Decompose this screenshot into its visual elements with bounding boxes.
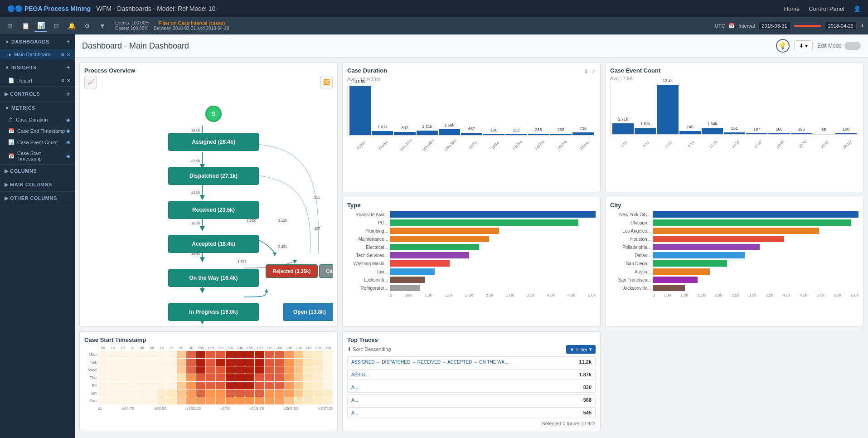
heatmap-cell[interactable] <box>255 389 264 397</box>
date-range-slider[interactable] <box>794 25 821 27</box>
heatmap-cell[interactable] <box>108 359 118 366</box>
heatmap-cell[interactable] <box>323 382 333 389</box>
heatmap-cell[interactable] <box>314 366 323 374</box>
heatmap-cell[interactable] <box>284 351 294 358</box>
heatmap-cell[interactable] <box>177 389 186 397</box>
heatmap-cell[interactable] <box>186 382 196 389</box>
heatmap-cell[interactable] <box>245 397 255 404</box>
heatmap-cell[interactable] <box>167 366 176 374</box>
heatmap-cell[interactable] <box>157 374 167 381</box>
bar-7[interactable]: 132 <box>505 134 527 135</box>
heatmap-cell[interactable] <box>323 397 333 404</box>
trace-item-1[interactable]: ASSIG... 1.87k <box>347 369 596 380</box>
heatmap-cell[interactable] <box>275 397 284 404</box>
heatmap-cell[interactable] <box>216 359 225 366</box>
trace-item-3[interactable]: A... 568 <box>347 394 596 405</box>
heatmap-cell[interactable] <box>216 382 225 389</box>
bar-6[interactable]: 130 <box>483 134 504 135</box>
heatmap-cell[interactable] <box>294 382 304 389</box>
heatmap-cell[interactable] <box>216 397 225 404</box>
toolbar-icon-chart[interactable]: 📊 <box>34 19 47 32</box>
bar-10[interactable]: 736 <box>572 132 594 135</box>
heatmap-cell[interactable] <box>284 374 294 381</box>
heatmap-cell[interactable] <box>265 351 274 358</box>
heatmap-cell[interactable] <box>118 382 127 389</box>
heatmap-cell[interactable] <box>235 397 245 404</box>
heatmap-cell[interactable] <box>196 374 206 381</box>
heatmap-cell[interactable] <box>118 389 127 397</box>
heatmap-cell[interactable] <box>177 366 186 374</box>
heatmap-cell[interactable] <box>235 351 245 358</box>
sidebar-item-case-duration[interactable]: ⏱ Case Duration ◉ <box>0 114 75 125</box>
heatmap-cell[interactable] <box>265 389 274 397</box>
heatmap-cell[interactable] <box>245 366 255 374</box>
traces-filter-button[interactable]: ▼ Filter ▾ <box>566 345 596 354</box>
heatmap-cell[interactable] <box>206 374 215 381</box>
edit-mode-switch[interactable] <box>844 42 861 50</box>
bar-9[interactable]: 292 <box>550 134 572 135</box>
heatmap-cell[interactable] <box>304 374 313 381</box>
heatmap-cell[interactable] <box>255 366 264 374</box>
toolbar-icon-settings[interactable]: ⚙ <box>81 19 93 32</box>
heatmap-cell[interactable] <box>167 351 176 358</box>
metric-config4-icon[interactable]: ◉ <box>66 154 70 159</box>
type-bar-8[interactable]: Locksmith... <box>347 277 596 283</box>
node-ontheway[interactable]: On the Way (16.4k) <box>168 269 259 287</box>
sidebar-item-case-end-timestamp[interactable]: 📅 Case End Timestamp ◉ <box>0 125 75 136</box>
heatmap-cell[interactable] <box>226 374 235 381</box>
trend-btn[interactable]: 📈 <box>84 76 97 88</box>
sidebar-item-case-start-timestamp[interactable]: 📅 Case Start Timestamp ◉ <box>0 148 75 164</box>
download-icon[interactable]: ⬇ <box>860 23 864 29</box>
sidebar-other-columns-header[interactable]: ▶ OTHER COLUMNS <box>0 192 75 205</box>
heatmap-cell[interactable] <box>206 351 215 358</box>
type-bar-2[interactable]: Plumbing... <box>347 228 596 234</box>
heatmap-cell[interactable] <box>157 389 167 397</box>
sidebar-controls-header[interactable]: ▶ CONTROLS + <box>0 87 75 101</box>
heatmap-cell[interactable] <box>98 397 108 404</box>
heatmap-cell[interactable] <box>226 366 235 374</box>
trace-item-0[interactable]: ASSIGNED → DISPATCHED → RECEIVED → ACCEP… <box>347 356 596 367</box>
heatmap-cell[interactable] <box>265 382 274 389</box>
heatmap-cell[interactable] <box>304 359 313 366</box>
city-bar-5[interactable]: Dallas... <box>610 252 858 258</box>
type-bar-4[interactable]: Electrical... <box>347 244 596 250</box>
heatmap-cell[interactable] <box>157 382 167 389</box>
heatmap-cell[interactable] <box>206 382 215 389</box>
heatmap-cell[interactable] <box>226 397 235 404</box>
metric-config2-icon[interactable]: ◉ <box>66 128 70 133</box>
heatmap-cell[interactable] <box>177 382 186 389</box>
date-from[interactable]: 2018-03-31 <box>758 22 790 30</box>
city-bar-9[interactable]: Jacksonville... <box>610 285 858 291</box>
heatmap-cell[interactable] <box>206 366 215 374</box>
heatmap-cell[interactable] <box>147 382 157 389</box>
type-bar-6[interactable]: Washing Machi... <box>347 260 596 267</box>
node-accepted[interactable]: Accepted (18.4k) <box>168 235 259 253</box>
metric-config3-icon[interactable]: ◉ <box>66 140 70 145</box>
heatmap-cell[interactable] <box>108 382 118 389</box>
bar-0[interactable]: 13.5k <box>349 86 371 135</box>
node-assigned[interactable]: Assigned (26.4k) <box>168 133 259 151</box>
heatmap-cell[interactable] <box>98 382 108 389</box>
bar-2[interactable]: 807 <box>394 132 415 135</box>
heatmap-cell[interactable] <box>235 382 245 389</box>
heatmap-cell[interactable] <box>196 397 206 404</box>
heatmap-cell[interactable] <box>98 359 108 366</box>
trace-item-4[interactable]: A... 545 <box>347 407 596 418</box>
sidebar-main-columns-header[interactable]: ▶ MAIN COLUMNS <box>0 178 75 191</box>
heatmap-cell[interactable] <box>137 359 147 366</box>
heatmap-cell[interactable] <box>314 359 323 366</box>
heatmap-cell[interactable] <box>226 359 235 366</box>
heatmap-cell[interactable] <box>128 397 137 404</box>
heatmap-cell[interactable] <box>275 374 284 381</box>
heatmap-cell[interactable] <box>147 359 157 366</box>
delete-icon[interactable]: ✕ <box>67 52 70 57</box>
city-bar-1[interactable]: Chicago... <box>610 219 858 226</box>
heatmap-cell[interactable] <box>314 374 323 381</box>
heatmap-cell[interactable] <box>314 351 323 358</box>
heatmap-cell[interactable] <box>255 374 264 381</box>
download-duration-icon[interactable]: ⬇ <box>584 68 588 75</box>
heatmap-cell[interactable] <box>265 397 274 404</box>
heatmap-cell[interactable] <box>137 397 147 404</box>
heatmap-cell[interactable] <box>275 351 284 358</box>
ec-bar-10[interactable]: 180 <box>835 133 857 134</box>
